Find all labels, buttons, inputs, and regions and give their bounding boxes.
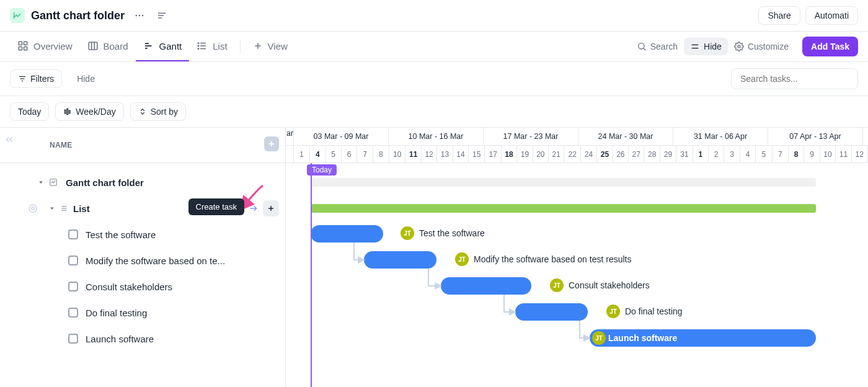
day-cell: 29: [660, 146, 676, 163]
tab-list-label: List: [213, 41, 227, 51]
week-cell: 03 Mar - 09 Mar: [294, 128, 389, 145]
day-cell: 5: [326, 146, 342, 163]
more-icon[interactable]: [131, 7, 148, 24]
day-cell: 12: [852, 146, 868, 163]
svg-rect-8: [19, 47, 22, 50]
day-cell: 19: [517, 146, 533, 163]
zoom-button[interactable]: Week/Day: [55, 102, 123, 121]
folder-row[interactable]: Gantt chart folder: [0, 169, 285, 195]
tab-board[interactable]: Board: [80, 32, 136, 61]
svg-rect-6: [19, 42, 22, 45]
list-row[interactable]: List Create task: [0, 195, 285, 221]
task-row[interactable]: Test the software: [0, 221, 285, 247]
day-cell: 9: [804, 146, 820, 163]
day-cell: 11: [836, 146, 851, 163]
assignee-avatar[interactable]: JT: [401, 226, 414, 240]
day-cell: 17: [485, 146, 501, 163]
task-status-icon[interactable]: [68, 282, 78, 291]
hide-toggle[interactable]: Hide: [684, 38, 728, 55]
tab-overview[interactable]: Overview: [10, 32, 80, 61]
week-stub: ar: [286, 128, 294, 145]
svg-rect-34: [69, 110, 71, 113]
day-cell: 13: [437, 146, 453, 163]
day-cell: 5: [756, 146, 772, 163]
svg-point-1: [139, 15, 141, 17]
assignee-avatar[interactable]: JT: [455, 252, 469, 266]
tab-list[interactable]: List: [189, 32, 234, 61]
task-row[interactable]: Modify the software based on te...: [0, 247, 285, 274]
today-line: [311, 163, 312, 387]
day-cell: 27: [629, 146, 644, 163]
folder-summary-bar[interactable]: [311, 178, 816, 187]
search-button[interactable]: Search: [631, 38, 684, 55]
day-cell: 14: [453, 146, 469, 163]
task-row[interactable]: Do final testing: [0, 300, 285, 326]
assignee-avatar[interactable]: JT: [550, 278, 564, 292]
assignee-avatar[interactable]: JT: [606, 305, 620, 318]
chevron-down-icon[interactable]: [37, 179, 47, 186]
automations-button[interactable]: Automati: [805, 6, 858, 25]
day-cell: 28: [644, 146, 660, 163]
svg-rect-7: [24, 42, 27, 45]
gantt-bar[interactable]: JT Launch software: [590, 329, 816, 347]
customize-button[interactable]: Customize: [728, 38, 795, 55]
share-button[interactable]: Share: [758, 6, 800, 25]
create-task-tooltip: Create task: [188, 198, 244, 215]
svg-rect-10: [89, 42, 97, 50]
tab-gantt-label: Gantt: [159, 41, 182, 51]
svg-point-20: [198, 45, 199, 47]
divider: [240, 40, 241, 53]
task-status-icon[interactable]: [68, 308, 78, 318]
hide-button[interactable]: Hide: [69, 70, 102, 87]
list-summary-bar[interactable]: [311, 204, 816, 213]
add-task-button[interactable]: Add Task: [802, 37, 858, 56]
task-row[interactable]: Launch software: [0, 326, 285, 352]
menu-icon[interactable]: [153, 7, 170, 24]
day-cell: 26: [613, 146, 629, 163]
day-cell: 18: [502, 146, 517, 163]
task-status-icon[interactable]: [68, 256, 78, 265]
assignee-avatar[interactable]: JT: [592, 331, 606, 345]
day-cell: 11: [405, 146, 421, 163]
add-column-button[interactable]: [264, 136, 279, 151]
day-cell: 20: [533, 146, 549, 163]
svg-marker-41: [50, 208, 54, 210]
sortby-button[interactable]: Sort by: [130, 102, 186, 121]
gantt-bar-label: JT Test the software: [401, 226, 485, 240]
today-button[interactable]: Today: [10, 102, 49, 121]
filters-button[interactable]: Filters: [10, 69, 62, 88]
name-column-header: NAME: [50, 141, 73, 149]
add-view-button[interactable]: View: [246, 32, 295, 61]
svg-point-28: [738, 45, 740, 48]
task-status-icon[interactable]: [68, 334, 78, 344]
day-cell: 24: [581, 146, 597, 163]
task-status-icon[interactable]: [68, 229, 78, 239]
svg-point-19: [198, 43, 199, 44]
gantt-bar[interactable]: [515, 303, 588, 321]
today-badge: Today: [307, 164, 337, 176]
day-cell: 4: [310, 146, 326, 163]
customize-label: Customize: [748, 42, 789, 51]
gantt-bar[interactable]: [364, 251, 436, 269]
list-small-icon: [58, 203, 68, 213]
zoom-label: Week/Day: [76, 107, 115, 117]
svg-rect-9: [24, 47, 27, 50]
svg-point-40: [32, 207, 35, 210]
day-cell: 3: [724, 146, 740, 163]
chevron-down-icon[interactable]: [48, 205, 58, 212]
search-input[interactable]: [731, 68, 858, 89]
week-cell: 07 Apr - 13 Apr: [768, 128, 863, 145]
day-cell: 12: [422, 146, 437, 163]
tab-gantt[interactable]: Gantt: [136, 32, 190, 61]
gantt-bar[interactable]: [441, 277, 531, 295]
gantt-bar-label: JT Modify the software based on test res…: [455, 252, 631, 266]
list-name-label: List: [73, 203, 90, 214]
svg-rect-32: [65, 110, 66, 113]
task-row[interactable]: Consult stakeholders: [0, 274, 285, 300]
gantt-bar[interactable]: [311, 225, 383, 242]
day-cell: 1: [294, 146, 310, 163]
arrow-right-icon[interactable]: [248, 203, 259, 214]
week-cell: 10 Mar - 16 Mar: [389, 128, 484, 145]
day-cell: 21: [549, 146, 564, 163]
create-task-button-inline[interactable]: [263, 200, 279, 216]
